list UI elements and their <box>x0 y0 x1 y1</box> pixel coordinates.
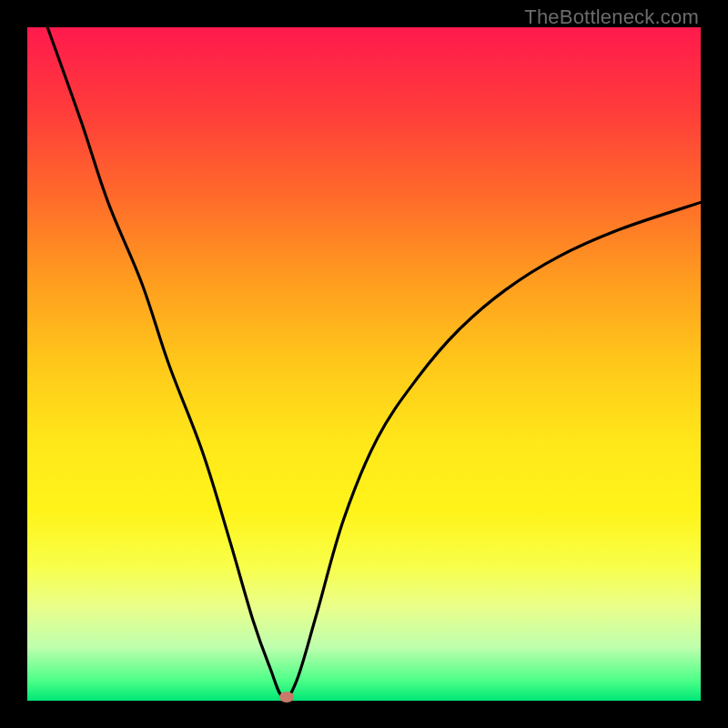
bottleneck-curve <box>47 27 701 698</box>
curve-svg <box>27 27 701 701</box>
plot-area <box>27 27 701 701</box>
optimum-marker <box>279 692 294 703</box>
chart-frame: TheBottleneck.com <box>0 0 728 728</box>
watermark-text: TheBottleneck.com <box>524 5 699 29</box>
